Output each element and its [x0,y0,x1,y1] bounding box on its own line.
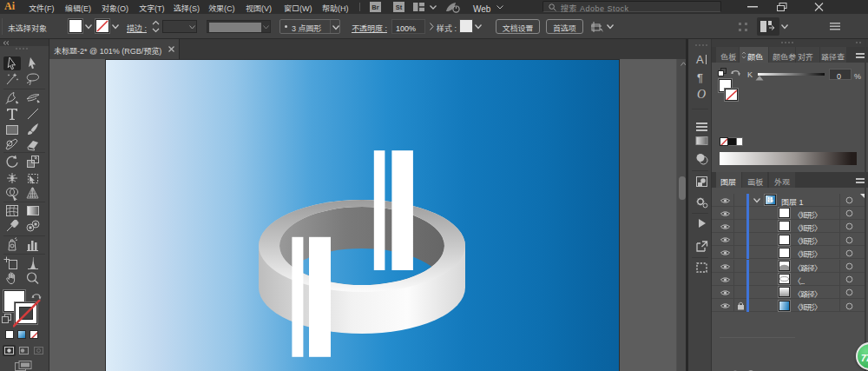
svg-text:¶: ¶ [697,71,703,84]
svg-text:A: A [696,53,704,66]
svg-text:O: O [697,88,706,101]
